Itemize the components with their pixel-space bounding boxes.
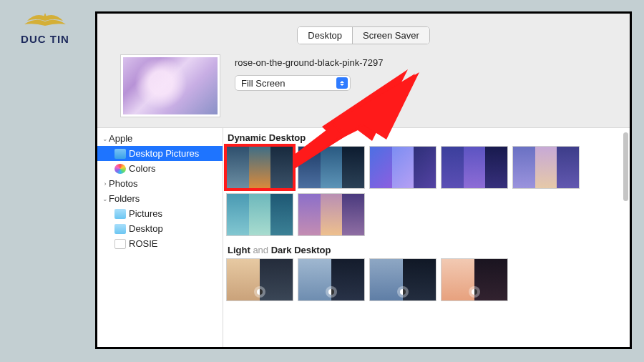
- dynamic-badge-icon: [254, 286, 265, 298]
- updown-arrows-icon: [336, 77, 348, 89]
- wallpaper-browser: Dynamic Desktop Light and Dark Desktop: [223, 128, 630, 347]
- wallpaper-thumb[interactable]: [298, 146, 365, 189]
- sidebar-item-label: Desktop: [129, 223, 163, 234]
- blank-folder-icon: [114, 239, 126, 249]
- tab-desktop-label: Desktop: [308, 30, 342, 41]
- wallpaper-thumb[interactable]: [298, 258, 365, 301]
- tab-desktop[interactable]: Desktop: [298, 27, 352, 44]
- wallpaper-preview: [120, 54, 220, 117]
- tab-screensaver[interactable]: Screen Saver: [352, 27, 429, 44]
- dynamic-badge-icon: [326, 286, 337, 298]
- tab-screensaver-label: Screen Saver: [363, 30, 419, 41]
- sidebar-item-pictures[interactable]: Pictures: [97, 206, 223, 221]
- dynamic-desktop-grid: [223, 145, 630, 240]
- sidebar-item-colors[interactable]: Colors: [97, 161, 223, 176]
- disclosure-right-icon: ›: [102, 180, 109, 187]
- sidebar-item-apple[interactable]: ⌄Apple: [97, 131, 223, 146]
- watermark-logo: DUC TIN: [13, 10, 77, 45]
- sidebar-item-rosie[interactable]: ROSIE: [97, 236, 223, 251]
- wallpaper-thumb[interactable]: [226, 193, 293, 236]
- wallpaper-thumb[interactable]: [441, 258, 508, 301]
- wallpaper-filename: rose-on-the-ground-black-pink-7297: [235, 57, 383, 68]
- sidebar-item-label: ROSIE: [129, 238, 157, 249]
- sidebar-item-label: Photos: [109, 178, 137, 189]
- header-row: rose-on-the-ground-black-pink-7297 Fill …: [120, 54, 630, 117]
- header-info: rose-on-the-ground-black-pink-7297 Fill …: [235, 57, 383, 91]
- sidebar-item-folders[interactable]: ⌄Folders: [97, 191, 223, 206]
- sidebar-item-desktop[interactable]: Desktop: [97, 221, 223, 236]
- folder-icon: [114, 209, 126, 219]
- folder-icon: [114, 224, 126, 234]
- fillmode-dropdown[interactable]: Fill Screen: [235, 75, 351, 91]
- wallpaper-thumb[interactable]: [369, 146, 436, 189]
- wallpaper-thumb[interactable]: [226, 146, 293, 189]
- sidebar-item-label: Colors: [129, 163, 156, 174]
- folder-icon: [114, 149, 126, 159]
- disclosure-down-icon: ⌄: [102, 135, 109, 142]
- watermark-text: DUC TIN: [13, 33, 77, 45]
- dynamic-badge-icon: [397, 286, 409, 298]
- sidebar-item-label: Pictures: [129, 208, 162, 219]
- segmented-control: Desktop Screen Saver: [297, 26, 429, 44]
- wallpaper-thumb[interactable]: [369, 258, 436, 301]
- screenshot-frame: Desktop Screen Saver rose-on-the-ground-…: [95, 11, 632, 349]
- prefs-window: Desktop Screen Saver rose-on-the-ground-…: [97, 14, 630, 347]
- dynamic-badge-icon: [469, 286, 480, 298]
- wallpaper-thumb[interactable]: [298, 193, 365, 236]
- sidebar-item-label: Desktop Pictures: [129, 148, 199, 159]
- lightdark-desktop-grid: [223, 257, 630, 305]
- color-wheel-icon: [114, 164, 126, 174]
- source-sidebar: ⌄Apple Desktop Pictures Colors ›Photos ⌄…: [97, 128, 223, 347]
- wallpaper-thumb[interactable]: [441, 146, 508, 189]
- section-header-lightdark: Light and Dark Desktop: [223, 240, 630, 257]
- split-pane: ⌄Apple Desktop Pictures Colors ›Photos ⌄…: [97, 127, 630, 347]
- wallpaper-thumb[interactable]: [512, 146, 580, 189]
- sidebar-item-label: Apple: [109, 133, 132, 144]
- tab-bar: Desktop Screen Saver: [97, 26, 630, 44]
- wallpaper-thumb[interactable]: [226, 258, 293, 301]
- fillmode-value: Fill Screen: [241, 78, 285, 89]
- scrollbar[interactable]: [623, 132, 628, 201]
- sidebar-item-desktop-pictures[interactable]: Desktop Pictures: [97, 146, 223, 161]
- disclosure-down-icon: ⌄: [102, 195, 109, 202]
- sidebar-item-photos[interactable]: ›Photos: [97, 176, 223, 191]
- sidebar-item-label: Folders: [109, 193, 140, 204]
- section-header-dynamic: Dynamic Desktop: [223, 128, 630, 145]
